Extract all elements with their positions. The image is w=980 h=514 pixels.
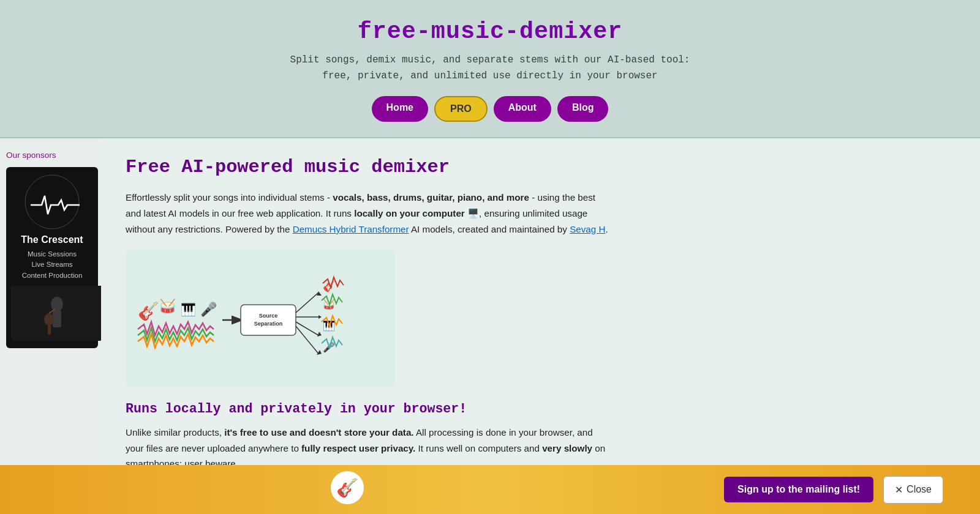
svg-marker-20 <box>317 332 322 337</box>
main-area: Our sponsors The Crescent Music Sessions… <box>0 138 980 514</box>
source-separation-diagram: 🎸 🥁 🎹 🎤 <box>126 250 395 387</box>
stems-bold: vocals, bass, drums, guitar, piano, and … <box>333 192 529 203</box>
sponsor-image <box>11 286 103 341</box>
notification-bar: 🎸 Sign up to the mailing list! ✕ Close <box>0 465 980 514</box>
svg-text:🎸: 🎸 <box>138 301 159 321</box>
svg-text:🎤: 🎤 <box>200 301 217 318</box>
svg-text:🥁: 🥁 <box>159 298 176 315</box>
author-link[interactable]: Sevag H <box>570 224 605 234</box>
main-content: Free AI-powered music demixer Effortless… <box>101 138 980 514</box>
svg-rect-3 <box>53 310 61 327</box>
main-heading: Free AI-powered music demixer <box>126 157 956 177</box>
site-title: free-music-demixer <box>0 18 980 45</box>
nav-home[interactable]: Home <box>372 96 428 122</box>
sponsors-label: Our sponsors <box>6 151 95 160</box>
main-nav: Home PRO About Blog <box>0 96 980 122</box>
nav-blog[interactable]: Blog <box>557 96 609 122</box>
svg-rect-6 <box>48 322 51 335</box>
svg-text:Source: Source <box>259 313 278 319</box>
author-cont: AI models, created and maintained by <box>409 224 570 234</box>
site-header: free-music-demixer Split songs, demix mu… <box>0 0 980 138</box>
sponsor-desc: Music Sessions Live Streams Content Prod… <box>11 249 93 281</box>
close-x: ✕ <box>895 484 903 496</box>
sponsor-card: The Crescent Music Sessions Live Streams… <box>6 167 98 348</box>
close-label: Close <box>907 484 932 495</box>
intro-text: Effortlessly split your songs into indiv… <box>126 192 333 203</box>
svg-line-19 <box>296 322 318 335</box>
locally-emoji: 🖥️ <box>467 208 479 218</box>
sponsor-name: The Crescent <box>11 234 93 245</box>
sponsor-logo <box>24 174 80 229</box>
notif-icon: 🎸 <box>331 471 364 504</box>
demucs-link[interactable]: Demucs Hybrid Transformer <box>293 224 409 234</box>
nav-about[interactable]: About <box>494 96 551 122</box>
svg-point-0 <box>25 175 79 229</box>
locally-bold: locally on your computer <box>354 208 465 218</box>
svg-point-2 <box>51 297 63 311</box>
svg-line-21 <box>296 326 318 354</box>
svg-line-15 <box>296 292 318 313</box>
svg-marker-18 <box>318 315 322 319</box>
nav-pro[interactable]: PRO <box>434 96 488 122</box>
second-heading: Runs locally and privately in your brows… <box>126 401 956 416</box>
svg-text:🎹: 🎹 <box>181 302 196 317</box>
diagram-container: 🎸 🥁 🎹 🎤 <box>126 250 956 387</box>
svg-text:Separation: Separation <box>254 321 283 327</box>
site-subtitle: Split songs, demix music, and separate s… <box>276 53 704 84</box>
close-button[interactable]: ✕ Close <box>883 476 943 504</box>
sidebar: Our sponsors The Crescent Music Sessions… <box>0 138 101 514</box>
intro-paragraph: Effortlessly split your songs into indiv… <box>126 190 609 237</box>
svg-rect-12 <box>241 305 296 335</box>
signup-button[interactable]: Sign up to the mailing list! <box>724 477 873 502</box>
